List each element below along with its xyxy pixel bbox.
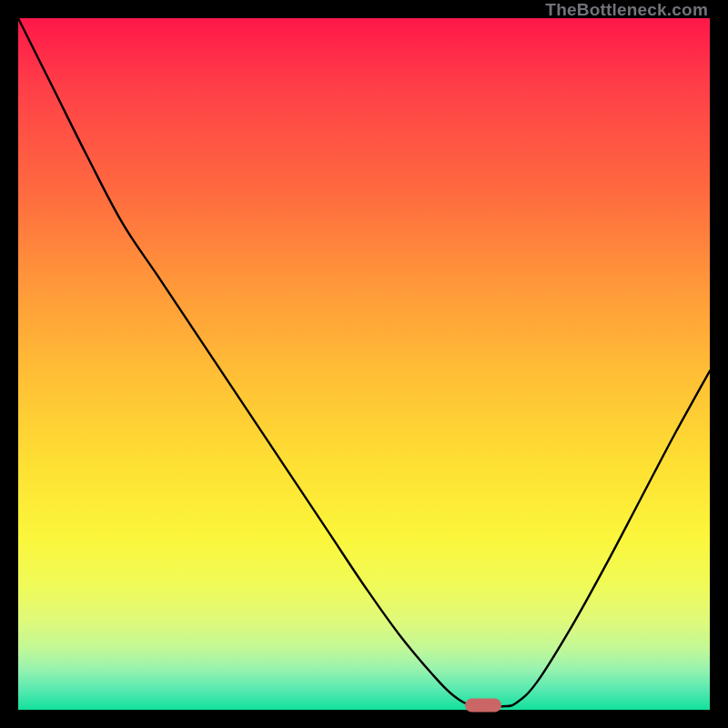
chart-frame: TheBottleneck.com: [0, 0, 728, 728]
plot-area: [18, 18, 710, 710]
gradient-background: [18, 18, 710, 710]
watermark-text: TheBottleneck.com: [545, 0, 708, 20]
optimal-marker: [465, 698, 501, 712]
